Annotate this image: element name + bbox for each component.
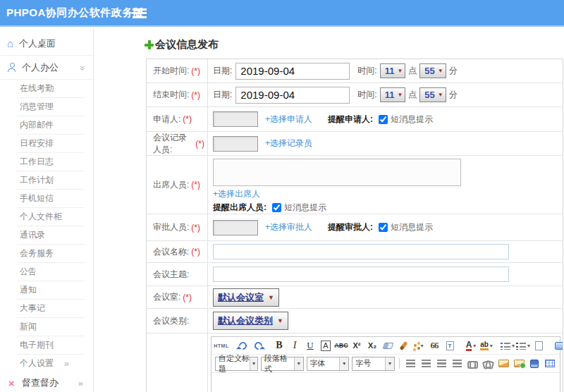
attendees-textarea[interactable] <box>213 159 461 186</box>
image-upload-icon[interactable] <box>512 357 526 371</box>
sidebar-subitem-1[interactable]: 消息管理 <box>17 98 85 116</box>
form-row-end-time: 结束时间: (*) 日期: 时间: 11▼ 点 55▼ 分 <box>147 83 563 107</box>
start-date-input[interactable] <box>235 63 350 80</box>
bold-icon[interactable]: B <box>272 338 286 353</box>
new-document-icon[interactable] <box>532 338 546 353</box>
sidebar-subitem-13[interactable]: 新闻 <box>17 318 85 336</box>
sidebar-item-label: 个人办公 <box>22 61 59 74</box>
underline-icon[interactable]: U <box>303 338 317 353</box>
meeting-subject-input[interactable] <box>213 267 509 282</box>
unlink-icon[interactable] <box>481 357 495 371</box>
fullscreen-icon[interactable] <box>553 338 563 353</box>
applicant-input[interactable] <box>213 111 258 127</box>
select-approver-link[interactable]: +选择审批人 <box>265 221 312 233</box>
align-left-icon[interactable] <box>403 357 417 371</box>
undo-icon[interactable] <box>235 338 250 353</box>
meeting-category-select[interactable]: 默认会议类别 ▼ <box>213 312 288 330</box>
sidebar-subitem-14[interactable]: 电子期刊 <box>17 336 85 355</box>
meeting-room-select[interactable]: 默认会议室 ▼ <box>213 288 279 307</box>
italic-icon[interactable]: I <box>288 338 302 353</box>
superscript-icon[interactable]: X² <box>350 338 364 353</box>
sidebar-subitem-7[interactable]: 个人文件柜 <box>17 208 85 226</box>
sidebar-subitem-11[interactable]: 通知 <box>17 281 85 300</box>
sidebar-subitem-4[interactable]: 工作日志 <box>17 153 85 171</box>
align-right-icon[interactable] <box>434 357 448 371</box>
paragraph-format-select[interactable]: 段落格式▾ <box>261 357 304 371</box>
field-label: 会议名称: <box>153 246 189 258</box>
align-justify-icon[interactable] <box>450 357 464 371</box>
html-source-button[interactable]: HTML <box>214 338 228 353</box>
paintbrush-icon[interactable] <box>396 338 410 353</box>
editor-content-area[interactable] <box>212 373 560 392</box>
sidebar-item-desktop[interactable]: ⌂ 个人桌面 <box>0 32 93 56</box>
sidebar-subitem-3[interactable]: 日程安排 <box>17 135 85 153</box>
font-box-icon[interactable]: A <box>319 338 333 353</box>
recorder-input[interactable] <box>213 136 258 152</box>
remove-format-eraser-icon[interactable] <box>381 338 395 353</box>
chevron-right-icon: » <box>64 355 69 372</box>
end-minute-select[interactable]: 55▼ <box>419 87 446 102</box>
time-label: 时间: <box>357 65 376 77</box>
required-mark: (*) <box>191 247 200 257</box>
sidebar-subitem-9[interactable]: 会务服务 <box>17 245 85 263</box>
strikethrough-icon[interactable]: ABC <box>334 338 348 353</box>
plus-icon <box>145 40 154 49</box>
page-title: 会议信息发布 <box>155 38 219 51</box>
approver-sms-checkbox[interactable] <box>379 223 388 232</box>
heading-select[interactable]: 自定义标题▾ <box>215 357 258 371</box>
applicant-sms-checkbox[interactable] <box>379 115 388 124</box>
subscript-icon[interactable]: X₂ <box>365 338 379 353</box>
align-center-icon[interactable] <box>419 357 433 371</box>
meeting-name-input[interactable] <box>213 244 509 259</box>
sidebar-item-settings[interactable]: 个人设置 » <box>17 355 85 373</box>
chevron-down-icon: ▾ <box>385 357 394 370</box>
hamburger-icon[interactable] <box>133 8 147 18</box>
field-label: 会议记录人员: <box>153 132 193 156</box>
chevron-down-icon: ▼ <box>397 92 403 98</box>
ordered-list-icon[interactable]: ▾ <box>501 338 515 353</box>
attendees-sms-checkbox[interactable] <box>272 203 281 212</box>
paste-plain-text-icon[interactable]: T <box>443 338 457 353</box>
sidebar-subitem-8[interactable]: 通讯录 <box>17 226 85 245</box>
sidebar-item-label: 个人桌面 <box>19 37 56 50</box>
sidebar-subitem-5[interactable]: 工作计划 <box>17 171 85 190</box>
media-icon[interactable] <box>527 357 541 371</box>
sidebar-item-label: 督查督办 <box>22 376 59 389</box>
table-icon[interactable] <box>543 357 557 371</box>
redo-icon[interactable] <box>251 338 265 353</box>
start-minute-select[interactable]: 55▼ <box>419 63 446 78</box>
start-hour-select[interactable]: 11▼ <box>380 63 406 78</box>
unordered-list-icon[interactable]: ▾ <box>516 338 530 353</box>
end-date-input[interactable] <box>235 87 350 104</box>
sidebar-submenu: 在线考勤消息管理内部邮件日程安排工作日志工作计划手机短信个人文件柜通讯录会务服务… <box>0 80 93 355</box>
image-icon[interactable] <box>496 357 510 371</box>
sidebar-item-supervise[interactable]: × 督查督办 » <box>0 373 93 392</box>
required-mark: (*) <box>183 114 192 124</box>
link-icon[interactable] <box>465 357 479 371</box>
sidebar-item-office[interactable]: 个人办公 » <box>0 56 93 80</box>
format-painter-icon[interactable]: ▾ <box>412 338 426 353</box>
font-color-icon[interactable]: A▾ <box>464 338 478 353</box>
sidebar-subitem-2[interactable]: 内部邮件 <box>17 116 85 135</box>
chevron-down-icon: ▼ <box>268 294 274 301</box>
main-content: 会议信息发布 开始时间: (*) 日期: 时间: 11▼ 点 55▼ 分 结束时… <box>94 28 564 392</box>
field-label: 会议主题: <box>153 269 189 281</box>
select-applicant-link[interactable]: +选择申请人 <box>265 114 312 125</box>
blockquote-icon[interactable]: 66 <box>427 338 441 353</box>
highlight-color-icon[interactable]: ab▾ <box>479 338 494 353</box>
form-row-recorder: 会议记录人员: (*) +选择记录员 <box>147 132 563 156</box>
sidebar-subitem-6[interactable]: 手机短信 <box>17 190 85 208</box>
font-size-select[interactable]: 字号▾ <box>352 357 395 371</box>
form-row-meeting-category: 会议类别: 默认会议类别 ▼ <box>147 309 563 333</box>
sidebar-item-label: 个人设置 <box>20 358 54 368</box>
select-attendees-link[interactable]: +选择出席人 <box>213 189 260 199</box>
chevron-down-icon: ▾ <box>490 343 493 349</box>
sidebar-subitem-12[interactable]: 大事记 <box>17 300 85 318</box>
sidebar-subitem-0[interactable]: 在线考勤 <box>17 80 85 98</box>
end-hour-select[interactable]: 11▼ <box>380 87 406 102</box>
date-label: 日期: <box>213 65 232 77</box>
approver-input[interactable] <box>213 220 258 235</box>
sidebar-subitem-10[interactable]: 公告 <box>17 263 85 281</box>
font-family-select[interactable]: 字体▾ <box>307 357 350 371</box>
select-recorder-link[interactable]: +选择记录员 <box>265 137 312 149</box>
